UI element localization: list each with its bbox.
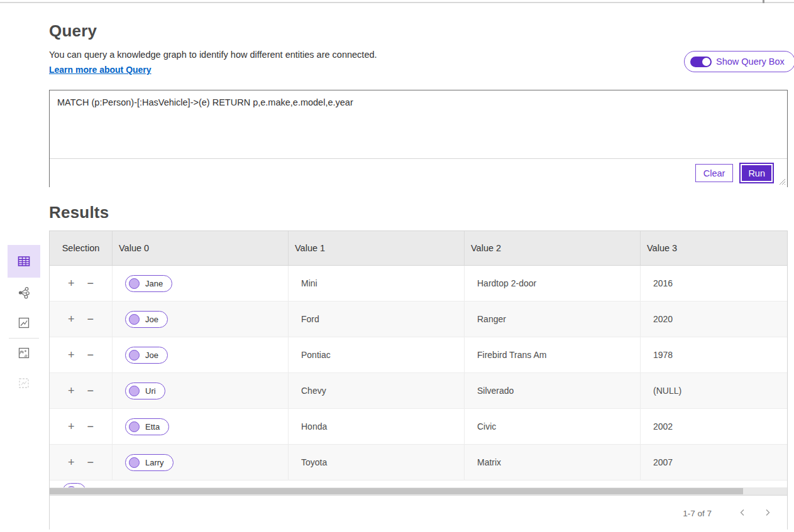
add-to-selection-button[interactable]: + — [67, 455, 76, 469]
results-table: Selection Value 0 Value 1 Value 2 Value … — [49, 231, 788, 529]
table-row[interactable]: + − Joe Ford Ranger 2020 — [50, 301, 787, 337]
remove-from-selection-button[interactable]: − — [86, 384, 96, 398]
value2-cell: Ranger — [465, 301, 641, 337]
selection-cell: + − — [50, 266, 113, 301]
entity-pill[interactable]: Larry — [125, 454, 174, 471]
add-to-selection-button[interactable]: + — [67, 348, 76, 362]
table-row-partial — [50, 480, 787, 487]
entity-pill[interactable]: Joe — [125, 347, 168, 364]
value3-cell: 1978 — [641, 337, 787, 372]
entity-dot-icon — [129, 314, 140, 325]
disabled-view-icon — [16, 376, 31, 391]
value1-cell: Honda — [289, 409, 465, 444]
query-panel: MATCH (p:Person)-[:HasVehicle]->(e) RETU… — [49, 90, 788, 187]
clear-button[interactable]: Clear — [695, 164, 734, 182]
value1-cell: Ford — [289, 301, 465, 337]
entity-name-label: Larry — [145, 458, 164, 467]
entity-dot-icon — [129, 278, 140, 289]
column-header-value0[interactable]: Value 0 — [113, 231, 289, 265]
top-divider — [0, 2, 794, 3]
value3-cell: 2016 — [641, 266, 787, 301]
horizontal-scrollbar[interactable] — [50, 487, 787, 495]
query-description: You can query a knowledge graph to ident… — [49, 50, 377, 60]
entity-pill[interactable] — [62, 483, 86, 487]
query-section-title: Query — [49, 21, 97, 41]
value2-cell: Civic — [465, 409, 641, 444]
selection-cell: + − — [50, 301, 113, 337]
entity-dot-icon — [129, 350, 140, 361]
column-header-value3[interactable]: Value 3 — [641, 231, 787, 265]
table-row[interactable]: + − Joe Pontiac Firebird Trans Am 1978 — [50, 337, 787, 373]
link-analysis-icon — [16, 285, 31, 300]
value2-cell: Matrix — [465, 445, 641, 480]
value3-cell: (NULL) — [641, 373, 787, 408]
value0-cell: Etta — [113, 409, 289, 444]
add-to-selection-button[interactable]: + — [67, 420, 76, 433]
learn-more-link[interactable]: Learn more about Query — [49, 65, 152, 75]
table-footer: 1-7 of 7 — [50, 495, 787, 531]
results-section-title: Results — [49, 203, 109, 222]
results-table-body: + − Jane Mini Hardtop 2-door 2016 + − Jo… — [50, 266, 787, 480]
selection-cell: + − — [50, 337, 113, 372]
entity-dot-icon — [129, 421, 140, 432]
entity-name-label: Etta — [145, 422, 160, 432]
entity-pill[interactable]: Joe — [125, 311, 168, 328]
next-page-button[interactable] — [759, 508, 776, 519]
value0-cell: Larry — [113, 445, 289, 480]
remove-from-selection-button[interactable]: − — [86, 312, 96, 326]
map-view-button[interactable] — [8, 337, 40, 369]
chevron-right-icon — [763, 508, 772, 517]
remove-from-selection-button[interactable]: − — [86, 420, 96, 433]
entity-pill[interactable]: Jane — [125, 275, 172, 292]
scrollbar-tick — [763, 0, 764, 3]
query-input[interactable]: MATCH (p:Person)-[:HasVehicle]->(e) RETU… — [50, 90, 787, 159]
remove-from-selection-button[interactable]: − — [86, 276, 96, 290]
link-chart-view-button[interactable] — [8, 276, 40, 309]
value3-cell: 2020 — [641, 301, 787, 337]
entity-pill[interactable]: Etta — [125, 418, 169, 435]
show-query-box-toggle[interactable]: Show Query Box — [684, 51, 794, 72]
column-header-selection[interactable]: Selection — [50, 231, 113, 265]
toggle-on-icon[interactable] — [690, 57, 712, 67]
query-page: Query You can query a knowledge graph to… — [0, 0, 794, 532]
table-row[interactable]: + − Uri Chevy Silverado (NULL) — [50, 373, 787, 409]
table-row[interactable]: + − Jane Mini Hardtop 2-door 2016 — [50, 266, 787, 301]
remove-from-selection-button[interactable]: − — [86, 348, 96, 362]
value2-cell: Firebird Trans Am — [465, 337, 641, 372]
value2-cell: Silverado — [465, 373, 641, 408]
previous-page-button[interactable] — [734, 508, 751, 519]
query-footer: Clear Run — [50, 159, 787, 187]
scrollbar-thumb[interactable] — [50, 488, 743, 494]
chart-view-button[interactable] — [8, 307, 40, 339]
value0-cell: Jane — [113, 266, 289, 301]
selection-cell: + − — [50, 373, 113, 408]
value3-cell: 2002 — [641, 409, 787, 444]
selection-cell: + − — [50, 445, 113, 480]
add-to-selection-button[interactable]: + — [67, 384, 76, 398]
resize-grip-icon[interactable] — [777, 176, 786, 185]
entity-name-label: Uri — [145, 386, 156, 396]
disabled-view-button — [8, 367, 40, 399]
value3-cell: 2007 — [641, 445, 787, 480]
selection-cell: + − — [50, 409, 113, 444]
value0-cell: Uri — [113, 373, 289, 408]
table-view-button[interactable] — [8, 245, 40, 278]
table-row[interactable]: + − Larry Toyota Matrix 2007 — [50, 445, 787, 480]
table-icon — [16, 254, 31, 269]
column-header-value2[interactable]: Value 2 — [465, 231, 641, 265]
value1-cell: Pontiac — [289, 337, 465, 372]
chevron-left-icon — [738, 508, 747, 517]
remove-from-selection-button[interactable]: − — [86, 455, 96, 469]
run-button[interactable]: Run — [739, 163, 774, 183]
value1-cell: Toyota — [289, 445, 465, 480]
map-icon — [16, 345, 31, 361]
chart-icon — [16, 315, 31, 330]
value0-cell: Joe — [113, 337, 289, 372]
entity-dot-icon — [129, 386, 140, 396]
entity-pill[interactable]: Uri — [125, 383, 165, 399]
column-header-value1[interactable]: Value 1 — [289, 231, 465, 265]
add-to-selection-button[interactable]: + — [67, 312, 76, 326]
table-row[interactable]: + − Etta Honda Civic 2002 — [50, 409, 787, 445]
value1-cell: Mini — [289, 266, 465, 301]
add-to-selection-button[interactable]: + — [67, 276, 76, 290]
